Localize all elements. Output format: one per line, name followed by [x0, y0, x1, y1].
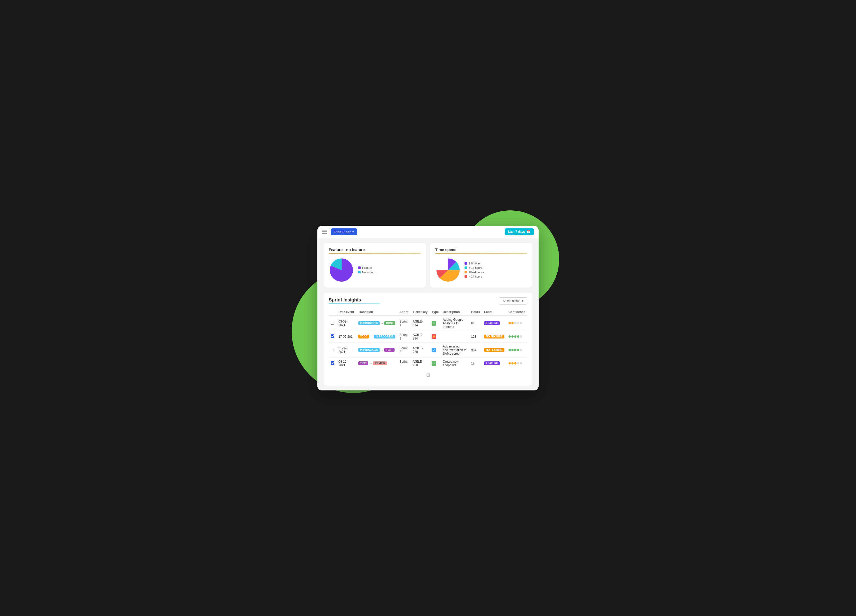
- table-row: 31-09-2021IN PROGRESS→TESTSprint 2AGILE-…: [329, 342, 527, 357]
- th-transition: Transition: [356, 309, 397, 316]
- confidence-dots: [508, 362, 525, 365]
- badge-from: TODO: [358, 335, 369, 339]
- date-range-button[interactable]: Last 7 days 📅: [505, 228, 534, 235]
- insights-header: Sprint insights Select action ▾: [329, 297, 527, 308]
- th-hours: Hours: [469, 309, 482, 316]
- badge-from: IN PROGRESS: [358, 321, 380, 325]
- th-label: Label: [482, 309, 506, 316]
- project-selector-button[interactable]: Pied Piper ▾: [331, 228, 357, 235]
- time-chart-legend: 1-8 hours 8-16 hours 16-24 hours: [465, 262, 484, 278]
- topbar-right: Last 7 days 📅: [505, 228, 534, 235]
- conf-dot: [508, 336, 511, 338]
- legend-label-24plus: > 24 hours: [469, 275, 482, 278]
- legend-label-16-24: 16-24 hours: [469, 271, 484, 274]
- cell-label: FEATURE: [482, 316, 506, 331]
- legend-item-1-8: 1-8 hours: [465, 262, 484, 265]
- cell-transition: TODO→IN PROGRESS: [356, 331, 397, 342]
- row-checkbox-cell: [329, 331, 336, 342]
- legend-label-1-8: 1-8 hours: [469, 262, 480, 265]
- time-chart-card: Time spend: [430, 243, 533, 288]
- select-action-chevron-icon: ▾: [522, 299, 523, 303]
- feature-pie-chart: [329, 257, 354, 283]
- cell-date: 03-09-2021: [336, 316, 356, 331]
- feature-chart-legend: Feature No feature: [358, 266, 375, 274]
- legend-label-8-16: 8-16 hours: [469, 266, 482, 269]
- legend-dot-16-24: [465, 271, 467, 273]
- date-range-label: Last 7 days: [508, 230, 525, 234]
- conf-dot: [517, 362, 519, 365]
- calendar-icon: 📅: [527, 230, 530, 234]
- conf-dot: [511, 349, 514, 351]
- cell-ticket-key: AGILE-514: [411, 316, 430, 331]
- row-checkbox[interactable]: [331, 334, 334, 338]
- legend-item-16-24: 16-24 hours: [465, 271, 484, 274]
- type-icon: ⚡: [432, 334, 436, 339]
- topbar: Pied Piper ▾ Last 7 days 📅: [317, 226, 539, 238]
- badge-to: TEST: [384, 348, 394, 352]
- badge-from: IN PROGRESS: [358, 348, 380, 352]
- load-more-area[interactable]: ⊞: [329, 369, 527, 381]
- main-content: Feature - no feature: [317, 238, 539, 390]
- chevron-down-icon: ▾: [353, 231, 354, 233]
- table-row: 04-10-2021TEST→REVIEWSprint 3AGILE-938≡C…: [329, 357, 527, 369]
- table-header-row: Date event Transition Sprint Ticket key …: [329, 309, 527, 316]
- legend-item-feature: Feature: [358, 266, 375, 269]
- cell-label: NO FEATURE: [482, 331, 506, 342]
- cell-transition: IN PROGRESS→DONE: [356, 316, 397, 331]
- badge-from: TEST: [358, 361, 369, 365]
- time-chart-title: Time spend: [435, 248, 527, 252]
- cell-type: ≡: [430, 357, 440, 369]
- cell-type: ≡: [430, 316, 440, 331]
- cell-sprint: Sprint 1: [397, 331, 411, 342]
- select-action-label: Select action: [503, 299, 520, 303]
- conf-dot: [517, 322, 519, 324]
- type-icon: ≡: [432, 321, 436, 326]
- badge-to: IN PROGRESS: [374, 335, 395, 339]
- cell-date: 17-09-201: [336, 331, 356, 342]
- legend-dot-8-16: [465, 266, 467, 269]
- row-checkbox-cell: [329, 316, 336, 331]
- th-sprint: Sprint: [397, 309, 411, 316]
- cell-ticket-key: AGILE-938: [411, 357, 430, 369]
- feature-chart-body: Feature No feature: [329, 257, 421, 283]
- cell-ticket-key: AGILE-928: [411, 342, 430, 357]
- table-row: 03-09-2021IN PROGRESS→DONESprint 1AGILE-…: [329, 316, 527, 331]
- project-name-label: Pied Piper: [334, 230, 351, 234]
- time-pie-chart: [435, 257, 461, 283]
- row-checkbox[interactable]: [331, 361, 334, 365]
- cell-confidence: [507, 331, 527, 342]
- conf-dot: [517, 349, 519, 351]
- feature-legend-dot: [358, 266, 360, 269]
- feature-chart-card: Feature - no feature: [323, 243, 426, 288]
- arrow-icon: →: [369, 362, 372, 365]
- cell-hours: 964: [469, 342, 482, 357]
- cell-hours: 128: [469, 331, 482, 342]
- insights-underline: [329, 303, 380, 303]
- conf-dot: [508, 362, 511, 365]
- cell-type: ✓: [430, 342, 440, 357]
- legend-item-8-16: 8-16 hours: [465, 266, 484, 269]
- th-type: Type: [430, 309, 440, 316]
- nofeature-legend-label: No feature: [362, 271, 375, 274]
- legend-item-24plus: > 24 hours: [465, 275, 484, 278]
- row-checkbox-cell: [329, 357, 336, 369]
- select-action-button[interactable]: Select action ▾: [499, 297, 527, 305]
- cell-type: ⚡: [430, 331, 440, 342]
- insights-title: Sprint insights: [329, 297, 380, 303]
- legend-dot-1-8: [465, 262, 467, 265]
- row-checkbox[interactable]: [331, 321, 334, 325]
- hamburger-menu[interactable]: [322, 230, 327, 234]
- cell-date: 31-09-2021: [336, 342, 356, 357]
- time-chart-body: 1-8 hours 8-16 hours 16-24 hours: [435, 257, 527, 283]
- label-badge: NO FEATURE: [484, 335, 504, 339]
- feature-chart-title: Feature - no feature: [329, 248, 421, 252]
- load-more-icon: ⊞: [426, 373, 430, 377]
- nofeature-legend-dot: [358, 271, 360, 273]
- th-ticket-key: Ticket key: [411, 309, 430, 316]
- arrow-icon: →: [380, 348, 383, 352]
- row-checkbox[interactable]: [331, 348, 334, 351]
- th-description: Description: [441, 309, 469, 316]
- cell-sprint: Sprint 2: [397, 342, 411, 357]
- cell-sprint: Sprint 1: [397, 316, 411, 331]
- conf-dot: [508, 322, 511, 324]
